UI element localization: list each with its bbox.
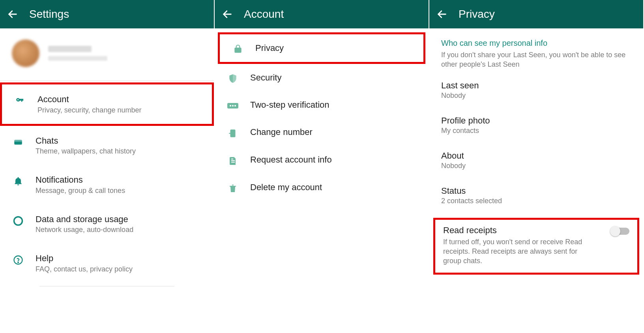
svg-rect-14 xyxy=(231,159,233,159)
sim-swap-icon xyxy=(227,127,239,138)
svg-rect-12 xyxy=(231,160,235,161)
settings-item-data[interactable]: Data and storage usage Network usage, au… xyxy=(0,204,214,244)
privacy-item-label: About xyxy=(441,151,631,161)
privacy-section-sub: If you don't share your Last Seen, you w… xyxy=(429,50,643,73)
profile-row[interactable] xyxy=(0,28,214,81)
read-receipts-toggle[interactable] xyxy=(611,228,629,235)
avatar xyxy=(12,39,39,67)
privacy-item-value: My contacts xyxy=(441,127,631,135)
account-item-label: Request account info xyxy=(250,154,332,166)
account-item-label: Security xyxy=(250,72,281,84)
back-button[interactable] xyxy=(222,9,233,20)
appbar-title: Privacy xyxy=(459,8,495,21)
settings-item-sub: Network usage, auto-download xyxy=(36,226,133,234)
chats-icon xyxy=(12,135,24,147)
svg-point-5 xyxy=(18,262,19,263)
account-item-delete[interactable]: Delete my account xyxy=(215,174,429,202)
settings-item-sub: FAQ, contact us, privacy policy xyxy=(36,265,133,273)
password-icon xyxy=(227,100,239,110)
account-screen: Account Privacy Security Two-step verifi… xyxy=(215,0,429,333)
svg-rect-13 xyxy=(231,162,235,163)
settings-item-notifications[interactable]: Notifications Message, group & call tone… xyxy=(0,165,214,204)
lock-icon xyxy=(232,42,244,54)
account-item-privacy[interactable]: Privacy xyxy=(218,32,425,64)
settings-item-sub: Message, group & call tones xyxy=(36,187,125,195)
svg-point-8 xyxy=(230,105,231,107)
privacy-item-profilephoto[interactable]: Profile photo My contacts xyxy=(429,108,643,143)
settings-item-help[interactable]: Help FAQ, contact us, privacy policy xyxy=(0,243,214,283)
svg-point-9 xyxy=(232,105,234,107)
appbar-title: Settings xyxy=(29,8,69,21)
appbar-account: Account xyxy=(215,0,429,28)
account-item-label: Privacy xyxy=(255,43,284,54)
profile-text xyxy=(48,46,107,61)
appbar-settings: Settings xyxy=(0,0,214,28)
svg-rect-2 xyxy=(14,140,22,141)
svg-point-10 xyxy=(234,105,236,107)
appbar-privacy: Privacy xyxy=(429,0,643,28)
read-receipts-desc: If turned off, you won't send or receive… xyxy=(443,237,593,266)
back-button[interactable] xyxy=(436,9,447,20)
settings-item-label: Data and storage usage xyxy=(36,214,133,225)
account-item-label: Two-step verification xyxy=(250,99,329,111)
document-icon xyxy=(227,154,239,166)
settings-item-label: Notifications xyxy=(36,174,125,186)
privacy-item-lastseen[interactable]: Last seen Nobody xyxy=(429,73,643,108)
privacy-item-label: Last seen xyxy=(441,80,631,91)
trash-icon xyxy=(227,182,239,194)
read-receipts-label: Read receipts xyxy=(443,225,593,236)
account-item-security[interactable]: Security xyxy=(215,64,429,92)
settings-item-chats[interactable]: Chats Theme, wallpapers, chat history xyxy=(0,126,214,165)
help-icon xyxy=(12,253,24,266)
privacy-screen: Privacy Who can see my personal info If … xyxy=(429,0,644,333)
privacy-item-value: Nobody xyxy=(441,92,631,100)
privacy-item-value: 2 contacts selected xyxy=(441,197,631,205)
privacy-item-about[interactable]: About Nobody xyxy=(429,143,643,178)
settings-item-label: Chats xyxy=(36,135,136,147)
account-item-requestinfo[interactable]: Request account info xyxy=(215,146,429,174)
shield-icon xyxy=(227,72,239,84)
settings-screen: Settings Account Privacy, security, chan… xyxy=(0,0,215,333)
privacy-section-header: Who can see my personal info xyxy=(429,28,643,50)
bell-icon xyxy=(12,174,24,186)
settings-item-account[interactable]: Account Privacy, security, change number xyxy=(0,82,214,126)
account-item-twostep[interactable]: Two-step verification xyxy=(215,92,429,119)
divider xyxy=(39,286,174,286)
settings-item-sub: Privacy, security, change number xyxy=(37,106,141,114)
settings-item-sub: Theme, wallpapers, chat history xyxy=(36,147,136,155)
privacy-item-value: Nobody xyxy=(441,162,631,170)
account-item-label: Delete my account xyxy=(250,182,322,193)
settings-item-label: Help xyxy=(36,253,133,264)
account-item-label: Change number xyxy=(250,127,313,138)
settings-item-label: Account xyxy=(37,94,141,105)
appbar-title: Account xyxy=(244,8,284,21)
key-icon xyxy=(14,94,26,106)
account-item-changenumber[interactable]: Change number xyxy=(215,119,429,146)
privacy-read-receipts[interactable]: Read receipts If turned off, you won't s… xyxy=(433,218,639,275)
data-usage-icon xyxy=(12,214,24,226)
back-button[interactable] xyxy=(7,9,18,20)
svg-point-3 xyxy=(14,217,22,225)
privacy-item-label: Status xyxy=(441,186,631,196)
privacy-item-label: Profile photo xyxy=(441,116,631,126)
privacy-item-status[interactable]: Status 2 contacts selected xyxy=(429,178,643,213)
